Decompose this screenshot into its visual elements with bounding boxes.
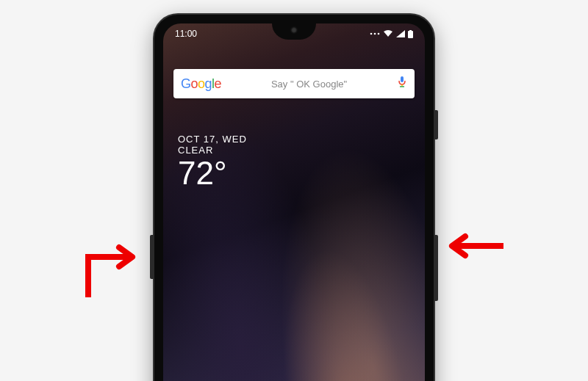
cell-signal-icon: [396, 30, 405, 37]
google-logo: Google: [181, 76, 221, 92]
weather-temperature: 72°: [178, 156, 247, 191]
battery-icon: [408, 30, 413, 38]
mic-icon[interactable]: [397, 76, 407, 92]
alert-slider-button[interactable]: [434, 110, 438, 139]
weather-widget[interactable]: OCT 17, WED CLEAR 72°: [178, 134, 247, 191]
annotation-arrow-right: [441, 231, 507, 261]
weather-date: OCT 17, WED: [178, 134, 247, 145]
volume-button[interactable]: [150, 235, 154, 279]
weather-condition: CLEAR: [178, 145, 247, 156]
svg-rect-5: [401, 76, 404, 82]
svg-point-2: [378, 33, 380, 35]
status-time: 11:00: [175, 29, 197, 39]
svg-rect-4: [409, 30, 412, 32]
phone-frame: 11:00 Google Say " OK Google": [154, 15, 434, 381]
svg-rect-3: [408, 31, 413, 38]
wifi-icon: [383, 30, 393, 37]
front-camera: [290, 26, 298, 34]
power-button[interactable]: [434, 235, 438, 301]
status-icons: [370, 30, 413, 38]
phone-screen: 11:00 Google Say " OK Google": [163, 23, 425, 381]
search-placeholder: Say " OK Google": [221, 79, 397, 90]
annotation-arrow-left: [81, 231, 147, 305]
svg-point-1: [374, 33, 376, 35]
more-dots-icon: [370, 30, 380, 37]
svg-point-0: [370, 33, 373, 35]
google-search-bar[interactable]: Google Say " OK Google": [173, 69, 415, 98]
